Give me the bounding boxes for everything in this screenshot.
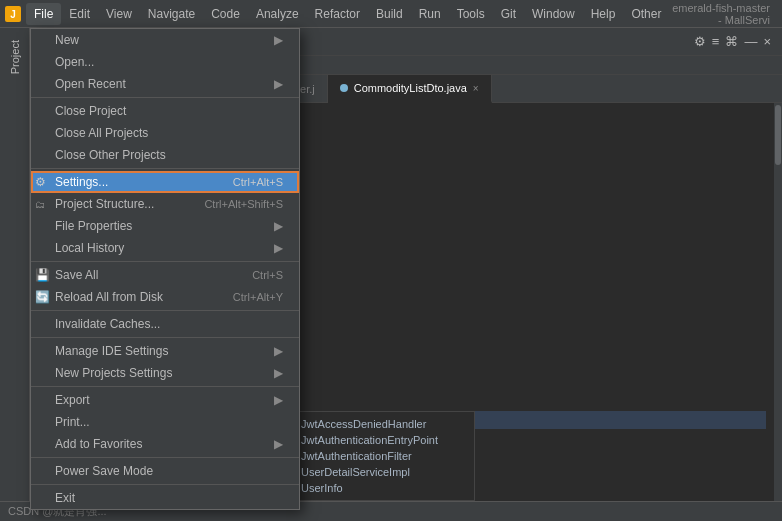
settings-label: Settings... xyxy=(55,175,213,189)
reload-label: Reload All from Disk xyxy=(55,290,213,304)
main-layout: Project ⚙ ≡ ⌘ — × work\emerald-fish-mast… xyxy=(0,28,782,521)
menu-analyze[interactable]: Analyze xyxy=(248,3,307,25)
menu-item-settings[interactable]: ⚙ Settings... Ctrl+Alt+S xyxy=(31,171,299,193)
separator-7 xyxy=(31,457,299,458)
menu-file[interactable]: File xyxy=(26,3,61,25)
new-label: New xyxy=(55,33,270,47)
list-icon[interactable]: ≡ xyxy=(712,34,720,49)
menu-item-save-all[interactable]: 💾 Save All Ctrl+S xyxy=(31,264,299,286)
file-label-1: JwtAccessDeniedHandler xyxy=(301,418,426,430)
local-history-arrow: ▶ xyxy=(274,241,283,255)
file-label-2: JwtAuthenticationEntryPoint xyxy=(301,434,438,446)
menu-item-new[interactable]: New ▶ xyxy=(31,29,299,51)
separator-4 xyxy=(31,310,299,311)
menu-item-exit[interactable]: Exit xyxy=(31,487,299,509)
project-structure-icon: 🗂 xyxy=(35,199,45,210)
minimize-icon[interactable]: — xyxy=(744,34,757,49)
settings-icon[interactable]: ⚙ xyxy=(694,34,706,49)
structure-icon[interactable]: ⌘ xyxy=(725,34,738,49)
manage-ide-arrow: ▶ xyxy=(274,344,283,358)
separator-1 xyxy=(31,97,299,98)
menu-item-add-favorites[interactable]: Add to Favorites ▶ xyxy=(31,433,299,455)
menu-code[interactable]: Code xyxy=(203,3,248,25)
project-structure-label: Project Structure... xyxy=(55,197,184,211)
file-properties-label: File Properties xyxy=(55,219,270,233)
project-file-item-5[interactable]: ● UserInfo xyxy=(281,480,474,496)
menu-help[interactable]: Help xyxy=(583,3,624,25)
file-properties-arrow: ▶ xyxy=(274,219,283,233)
menu-view[interactable]: View xyxy=(98,3,140,25)
menu-other[interactable]: Other xyxy=(623,3,669,25)
tab-commodity-list-dto[interactable]: CommodityListDto.java × xyxy=(328,75,492,103)
new-projects-arrow: ▶ xyxy=(274,366,283,380)
menu-item-invalidate[interactable]: Invalidate Caches... xyxy=(31,313,299,335)
power-save-label: Power Save Mode xyxy=(55,464,283,478)
separator-2 xyxy=(31,168,299,169)
left-sidebar: Project xyxy=(0,28,30,521)
sidebar-project-tab[interactable]: Project xyxy=(5,32,25,82)
file-label-4: UserDetailServiceImpl xyxy=(301,466,410,478)
menu-item-project-structure[interactable]: 🗂 Project Structure... Ctrl+Alt+Shift+S xyxy=(31,193,299,215)
scroll-thumb-right xyxy=(775,105,781,165)
open-recent-arrow: ▶ xyxy=(274,77,283,91)
tab-dot-3 xyxy=(340,84,348,92)
save-icon: 💾 xyxy=(35,268,50,282)
menu-refactor[interactable]: Refactor xyxy=(307,3,368,25)
menu-item-print[interactable]: Print... xyxy=(31,411,299,433)
separator-6 xyxy=(31,386,299,387)
project-file-item-3[interactable]: ● JwtAuthenticationFilter xyxy=(281,448,474,464)
add-favorites-label: Add to Favorites xyxy=(55,437,270,451)
reload-shortcut: Ctrl+Alt+Y xyxy=(233,291,283,303)
close-icon[interactable]: × xyxy=(763,34,771,49)
menu-window[interactable]: Window xyxy=(524,3,583,25)
settings-shortcut: Ctrl+Alt+S xyxy=(233,176,283,188)
menu-navigate[interactable]: Navigate xyxy=(140,3,203,25)
menu-item-open[interactable]: Open... xyxy=(31,51,299,73)
menu-item-manage-ide[interactable]: Manage IDE Settings ▶ xyxy=(31,340,299,362)
local-history-label: Local History xyxy=(55,241,270,255)
menu-item-new-projects[interactable]: New Projects Settings ▶ xyxy=(31,362,299,384)
menu-item-export[interactable]: Export ▶ xyxy=(31,389,299,411)
menu-git[interactable]: Git xyxy=(493,3,524,25)
svg-text:J: J xyxy=(10,9,16,20)
file-label-5: UserInfo xyxy=(301,482,343,494)
open-recent-label: Open Recent xyxy=(55,77,270,91)
add-favorites-arrow: ▶ xyxy=(274,437,283,451)
menu-item-close-others[interactable]: Close Other Projects xyxy=(31,144,299,166)
close-all-label: Close All Projects xyxy=(55,126,283,140)
open-label: Open... xyxy=(55,55,283,69)
file-label-3: JwtAuthenticationFilter xyxy=(301,450,412,462)
file-dropdown: New ▶ Open... Open Recent ▶ Close Projec… xyxy=(30,28,300,510)
menu-run[interactable]: Run xyxy=(411,3,449,25)
project-file-item-1[interactable]: ● JwtAccessDeniedHandler xyxy=(281,416,474,432)
close-others-label: Close Other Projects xyxy=(55,148,283,162)
new-projects-label: New Projects Settings xyxy=(55,366,270,380)
menu-tools[interactable]: Tools xyxy=(449,3,493,25)
menu-item-file-properties[interactable]: File Properties ▶ xyxy=(31,215,299,237)
save-all-label: Save All xyxy=(55,268,232,282)
menu-item-open-recent[interactable]: Open Recent ▶ xyxy=(31,73,299,95)
menu-edit[interactable]: Edit xyxy=(61,3,98,25)
menu-item-close-project[interactable]: Close Project xyxy=(31,100,299,122)
menu-item-power-save[interactable]: Power Save Mode xyxy=(31,460,299,482)
menu-build[interactable]: Build xyxy=(368,3,411,25)
menu-item-local-history[interactable]: Local History ▶ xyxy=(31,237,299,259)
separator-8 xyxy=(31,484,299,485)
project-structure-shortcut: Ctrl+Alt+Shift+S xyxy=(204,198,283,210)
menu-item-close-all[interactable]: Close All Projects xyxy=(31,122,299,144)
manage-ide-label: Manage IDE Settings xyxy=(55,344,270,358)
export-label: Export xyxy=(55,393,270,407)
tab-close-icon-3[interactable]: × xyxy=(473,83,479,94)
app-logo: J xyxy=(4,5,22,23)
exit-label: Exit xyxy=(55,491,283,505)
menu-item-reload[interactable]: 🔄 Reload All from Disk Ctrl+Alt+Y xyxy=(31,286,299,308)
close-project-label: Close Project xyxy=(55,104,283,118)
tab-label-3: CommodityListDto.java xyxy=(354,82,467,94)
menu-bar: J File Edit View Navigate Code Analyze R… xyxy=(0,0,782,28)
export-arrow: ▶ xyxy=(274,393,283,407)
project-file-item-2[interactable]: ● JwtAuthenticationEntryPoint xyxy=(281,432,474,448)
separator-3 xyxy=(31,261,299,262)
new-arrow: ▶ xyxy=(274,33,283,47)
project-file-item-4[interactable]: ● UserDetailServiceImpl xyxy=(281,464,474,480)
right-scroll[interactable] xyxy=(774,103,782,521)
